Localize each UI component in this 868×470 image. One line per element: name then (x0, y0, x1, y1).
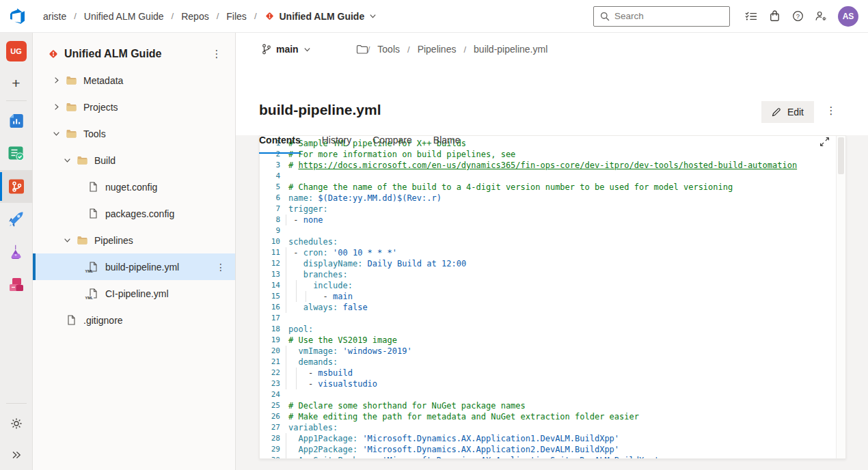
task-checklist-icon[interactable] (740, 5, 763, 28)
expand-rail-button[interactable] (0, 440, 33, 470)
chevron-slot (59, 236, 76, 244)
line-number: 23 (260, 378, 280, 389)
tree-row[interactable]: Tools (33, 120, 235, 147)
indent-guide (286, 433, 286, 444)
help-icon[interactable]: ? (786, 5, 809, 28)
vertical-scrollbar[interactable] (836, 136, 845, 458)
nav-boards[interactable] (0, 137, 33, 170)
main-content: main /Tools/Pipelines/build-pipeline.yml… (236, 33, 868, 470)
code-token: - (288, 368, 318, 378)
path-segment[interactable]: Tools (370, 44, 407, 55)
line-text: always: false (288, 302, 845, 313)
branch-selector[interactable]: main (259, 42, 314, 57)
breadcrumb-item[interactable]: ariste (36, 11, 74, 22)
tree-row[interactable]: Pipelines (33, 227, 235, 253)
code-token: name: (288, 193, 313, 203)
tree-row[interactable]: YMLbuild-pipeline.yml⋮ (33, 253, 235, 280)
project-avatar[interactable]: UG (0, 33, 33, 70)
chevron-down-icon[interactable] (64, 156, 71, 164)
code-line: 6name: $(Date:yy.MM.dd)$(Rev:.r) (260, 193, 845, 204)
tab-history[interactable]: History (322, 135, 352, 154)
code-token: AppSuitePackage: (298, 456, 377, 459)
code-token: cron: (303, 248, 328, 258)
tree-row[interactable]: YMLCI-pipeline.yml (33, 280, 235, 307)
code-line: 10schedules: (260, 236, 845, 247)
line-number: 21 (260, 357, 280, 368)
tree-row[interactable]: Projects (33, 94, 235, 120)
breadcrumb-item[interactable]: Files (219, 11, 254, 22)
nav-repos[interactable] (0, 170, 33, 203)
code-line: 5# Change the name of the build to a 4-d… (260, 182, 845, 193)
chevron-right-icon[interactable] (53, 77, 60, 84)
path-segment[interactable]: Pipelines (410, 44, 464, 55)
code-line: 12 displayName: Daily Build at 12:00 (260, 258, 845, 269)
chevron-slot (48, 77, 65, 84)
repo-selector[interactable]: Unified ALM Guide (257, 11, 385, 22)
breadcrumb-item[interactable]: Repos (174, 11, 216, 22)
code-token: always: (303, 303, 338, 312)
repo-more-button[interactable]: ⋮ (208, 46, 226, 61)
gear-icon (10, 417, 23, 430)
chevron-down-icon[interactable] (53, 130, 60, 137)
tree-row[interactable]: .gitignore (33, 307, 235, 333)
folder-outline-icon[interactable] (356, 44, 368, 54)
indent-guide (286, 346, 286, 357)
tab-contents[interactable]: Contents (259, 135, 301, 154)
tree-row[interactable]: Metadata (33, 67, 235, 94)
code-token: App2Package: (298, 445, 357, 454)
double-chevron-right-icon (12, 451, 21, 459)
tab-blame[interactable]: Blame (433, 135, 461, 154)
code-token (288, 434, 298, 443)
expand-diagonal-icon (819, 137, 830, 147)
code-token (288, 456, 298, 459)
add-project-item-button[interactable]: + (0, 70, 33, 97)
file-icon (89, 182, 98, 192)
code-token: - (288, 292, 333, 301)
tree-item-more-button[interactable]: ⋮ (216, 262, 226, 273)
marketplace-bag-icon[interactable] (763, 5, 786, 28)
nav-test-plans[interactable] (0, 236, 33, 268)
line-number: 20 (260, 346, 280, 357)
code-line: 25# Declare some shorthand for NuGet pac… (260, 400, 845, 411)
line-number: 8 (260, 215, 280, 225)
artifacts-icon (8, 276, 25, 294)
folder-icon (77, 156, 88, 165)
folder-icon (65, 102, 78, 112)
indent-guide (286, 455, 286, 459)
edit-button[interactable]: Edit (761, 101, 814, 123)
nav-overview[interactable] (0, 105, 33, 137)
code-editor[interactable]: 1# Sample YML pipeline for X++ builds2# … (260, 136, 845, 459)
line-number: 11 (260, 247, 280, 258)
avatar[interactable]: AS (838, 6, 858, 27)
azure-devops-logo-icon[interactable] (8, 8, 26, 25)
file-more-button[interactable]: ⋮ (823, 105, 839, 117)
path-segment[interactable]: build-pipeline.yml (466, 44, 555, 55)
indent-guide (286, 247, 286, 258)
code-token (288, 445, 298, 454)
user-settings-icon[interactable] (809, 5, 832, 28)
breadcrumb-item[interactable]: Unified ALM Guide (77, 11, 172, 22)
plus-icon: + (12, 75, 20, 92)
line-number: 9 (260, 225, 280, 236)
tab-bar: ContentsHistoryCompareBlame (259, 135, 461, 154)
tab-compare[interactable]: Compare (372, 135, 412, 154)
tree-row[interactable]: Build (33, 147, 235, 174)
tree-row[interactable]: nuget.config (33, 174, 235, 200)
project-settings-button[interactable] (0, 407, 33, 440)
fullscreen-toggle[interactable] (819, 137, 830, 147)
code-line: 16 always: false (260, 302, 845, 313)
scrollbar-thumb[interactable] (838, 137, 844, 174)
nav-pipelines[interactable] (0, 203, 33, 236)
tree-row[interactable]: packages.config (33, 200, 235, 227)
search-box[interactable] (593, 6, 730, 27)
code-token: '00 10 * * *' (328, 248, 397, 258)
indent-guide (286, 302, 286, 313)
code-line: 4 (260, 171, 845, 182)
nav-artifacts[interactable] (0, 268, 33, 301)
search-input[interactable] (614, 11, 723, 21)
code-line: 24 (260, 389, 845, 400)
repo-diamond-icon (48, 49, 59, 59)
file-contents-viewer[interactable]: 1# Sample YML pipeline for X++ builds2# … (259, 135, 846, 459)
chevron-right-icon[interactable] (53, 103, 60, 111)
chevron-down-icon[interactable] (64, 236, 71, 244)
